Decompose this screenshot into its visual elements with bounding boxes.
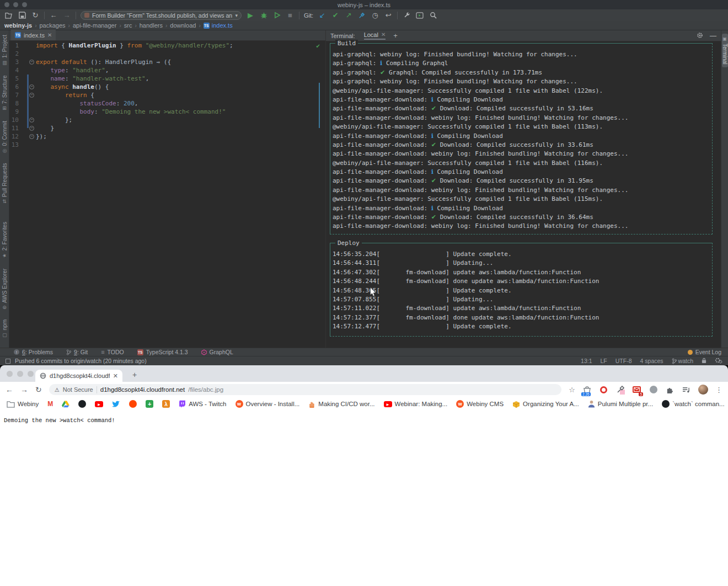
highlighting-level-icon[interactable]	[715, 357, 722, 365]
fold-icon[interactable]: −	[29, 84, 34, 89]
bookmark-gmail[interactable]: M	[47, 400, 53, 408]
minimize-window-button[interactable]	[17, 371, 23, 377]
rollback-icon[interactable]: ↩	[384, 11, 393, 20]
close-terminal-tab-icon[interactable]: ✕	[381, 31, 386, 38]
breadcrumb-item-src[interactable]: src	[124, 22, 132, 29]
bookmark-webiny-cms[interactable]: wWebiny CMS	[456, 400, 504, 408]
fold-icon[interactable]: −	[29, 126, 34, 131]
tool-window-graphql[interactable]: GraphQL	[201, 349, 233, 355]
bookmark-github[interactable]	[78, 400, 86, 408]
bookmark-webiny[interactable]: Webiny	[7, 401, 39, 408]
bookmark-reddit[interactable]	[129, 400, 137, 408]
close-tab-icon[interactable]: ✕	[113, 372, 118, 380]
extension-cart-icon[interactable]: 2.26	[582, 385, 592, 395]
breadcrumb-item-webiny-js[interactable]: webiny-js	[4, 22, 32, 29]
close-tab-icon[interactable]: ✕	[47, 32, 52, 38]
profile-avatar[interactable]	[698, 385, 708, 395]
breadcrumb-item-download[interactable]: download	[170, 22, 196, 29]
bookmark-star-icon[interactable]: ☆	[569, 386, 575, 394]
search-icon[interactable]	[429, 11, 437, 20]
run-button[interactable]: ▶	[246, 11, 255, 20]
back-icon[interactable]: ←	[6, 385, 13, 394]
bookmark-making-ci-cd-wor[interactable]: Making CI/CD wor...	[308, 400, 374, 408]
bookmark-webinar-making[interactable]: ▶Webinar: Making...	[384, 401, 448, 407]
sidebar-item-2-favorites[interactable]: ★2: Favorites	[2, 222, 8, 258]
sidebar-item-pull-requests[interactable]: ⇅Pull Requests	[2, 163, 8, 204]
bookmark-twitter[interactable]	[112, 401, 120, 408]
sidebar-item-1-project[interactable]: ▤1: Project	[2, 35, 8, 66]
security-chip[interactable]: Not Secure	[63, 386, 93, 393]
caret-position[interactable]: 13:1	[581, 358, 592, 364]
lock-icon[interactable]	[702, 358, 706, 365]
window-layout-icon[interactable]	[6, 359, 10, 364]
extensions-puzzle-icon[interactable]	[665, 385, 675, 395]
event-log-button[interactable]: Event Log	[688, 349, 721, 355]
browser-tab[interactable]: d1hgd8csopkt4i.cloudfront.ne ✕	[35, 370, 122, 382]
run-with-coverage-button[interactable]	[272, 11, 281, 20]
bookmark-lambda[interactable]: λ	[162, 400, 170, 408]
git-commit-icon[interactable]: ✔	[331, 11, 340, 20]
bookmark-overview-install[interactable]: wOverview - Install...	[235, 400, 300, 408]
code-editor[interactable]: 1import { HandlerPlugin } from "@webiny/…	[9, 41, 325, 348]
extension-icon[interactable]	[649, 385, 658, 395]
save-icon[interactable]	[18, 11, 26, 20]
extension-mail-icon[interactable]: 5	[632, 385, 641, 395]
wrench-icon[interactable]	[402, 11, 411, 20]
sidebar-item-aws-explorer[interactable]: ⊚AWS Explorer	[2, 269, 8, 310]
fold-icon[interactable]: −	[29, 60, 34, 65]
sidebar-item-7-structure[interactable]: ⊞7: Structure	[2, 76, 8, 110]
new-terminal-tab-button[interactable]: +	[393, 31, 398, 40]
tool-window-6-problems[interactable]: !6: Problems	[14, 349, 53, 355]
zoom-window-button[interactable]	[28, 371, 34, 377]
breadcrumb-item-handlers[interactable]: handlers	[140, 22, 163, 29]
bookmark-watch-comman[interactable]: `watch` comman...	[662, 400, 725, 408]
fold-icon[interactable]: −	[29, 134, 34, 139]
open-folder-icon[interactable]	[4, 11, 13, 20]
fold-icon[interactable]: −	[29, 93, 34, 98]
sidebar-item-0-commit[interactable]: ◎0: Commit	[2, 121, 8, 154]
new-tab-button[interactable]: +	[132, 370, 137, 379]
playlist-icon[interactable]	[682, 385, 691, 395]
bookmark-health[interactable]: +	[146, 400, 153, 408]
run-anything-icon[interactable]	[415, 11, 424, 20]
address-bar[interactable]: ⚠ Not Secure d1hgd8csopkt4i.cloudfront.n…	[49, 384, 562, 395]
breadcrumb-item-packages[interactable]: packages	[39, 22, 65, 29]
file-encoding[interactable]: UTF-8	[615, 358, 632, 364]
sidebar-item-npm[interactable]: ▢npm	[2, 319, 8, 338]
fold-icon[interactable]: −	[29, 118, 34, 122]
git-push-icon[interactable]: ↗	[344, 11, 353, 20]
git-branch-widget[interactable]: watch	[672, 358, 693, 364]
stop-button[interactable]: ■	[286, 11, 295, 20]
bookmark-pulumi-multiple-pr[interactable]: Pulumi Multiple pr...	[588, 400, 653, 408]
extension-eyedropper-icon[interactable]	[615, 385, 625, 395]
back-icon[interactable]: ←	[49, 11, 58, 20]
indent-setting[interactable]: 4 spaces	[640, 358, 663, 364]
sync-icon[interactable]: ↻	[31, 11, 40, 20]
git-shelve-icon[interactable]	[357, 11, 366, 20]
run-configuration-select[interactable]: Form Builder "Form" Test.should publish,…	[81, 11, 242, 20]
forward-icon[interactable]: →	[20, 385, 28, 394]
bookmark-drive[interactable]	[62, 401, 69, 408]
bookmark-organizing-your-a[interactable]: Organizing Your A...	[512, 401, 579, 408]
line-ending[interactable]: LF	[601, 358, 607, 364]
history-icon[interactable]: ◷	[371, 11, 379, 20]
bookmark-aws-twitch[interactable]: AWS - Twitch	[179, 400, 226, 408]
browser-menu-icon[interactable]: ⋮	[715, 386, 722, 394]
terminal-settings-icon[interactable]	[697, 32, 703, 40]
forward-icon[interactable]: →	[62, 11, 71, 20]
extension-adblock-icon[interactable]	[599, 385, 608, 395]
tab-index-ts[interactable]: TS index.ts ✕	[11, 30, 56, 40]
breadcrumb-item-api-file-manager[interactable]: api-file-manager	[73, 22, 116, 29]
debug-button[interactable]	[259, 11, 268, 20]
tool-window-9-git[interactable]: 9: Git	[66, 349, 88, 355]
bookmark-youtube[interactable]: ▶	[95, 401, 103, 407]
close-window-button[interactable]	[7, 371, 13, 377]
breadcrumb-item-index-ts[interactable]: TSindex.ts	[204, 22, 233, 29]
minimize-terminal-icon[interactable]: —	[710, 32, 716, 40]
reload-icon[interactable]: ↻	[35, 385, 42, 394]
tool-window-terminal[interactable]: ▣ Terminal	[722, 34, 728, 67]
tool-window-typescript-4-1-3[interactable]: TSTypeScript 4.1.3	[137, 349, 188, 355]
tool-window-todo[interactable]: ≡TODO	[101, 349, 124, 355]
git-update-icon[interactable]: ↙	[318, 11, 326, 20]
terminal-tab-local[interactable]: Local ✕	[364, 31, 386, 40]
